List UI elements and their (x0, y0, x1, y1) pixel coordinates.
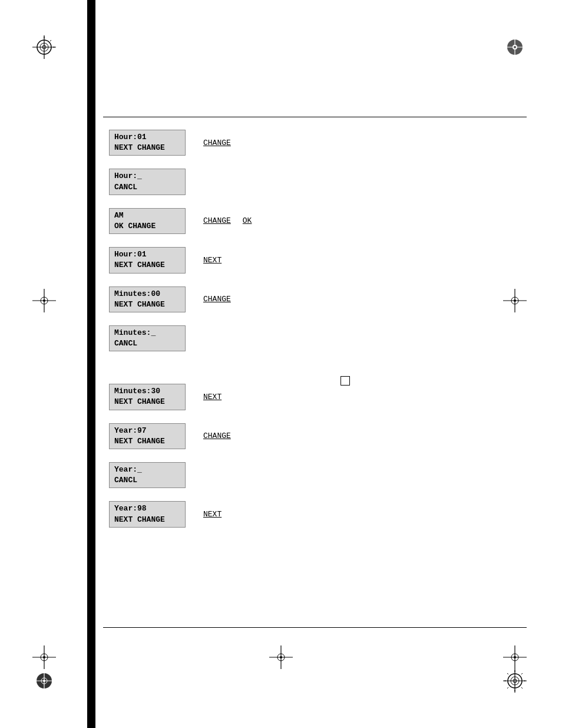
svg-line-46 (507, 673, 508, 674)
svg-point-33 (43, 680, 45, 682)
display-row-am: AM OK CHANGE CHANGE OK (109, 208, 451, 234)
lcd-hour01-next-line1: Hour:01 (114, 249, 180, 260)
lcd-min-blank: Minutes:_ CANCL (109, 325, 186, 351)
corner-mark-tl (32, 35, 56, 59)
lcd-min-blank-line1: Minutes:_ (114, 328, 180, 338)
svg-line-40 (521, 673, 523, 674)
corner-mark-bl (32, 645, 56, 669)
lcd-hour-blank-line2: CANCL (114, 182, 180, 193)
lcd-min30-line1: Minutes:30 (114, 386, 180, 397)
section-hour-blank: Hour:_ CANCL (109, 169, 451, 195)
lcd-year-blank: Year:_ CANCL (109, 462, 186, 488)
lcd-hour01-next-line2: NEXT CHANGE (114, 260, 180, 271)
section-year-98: Year:98 NEXT CHANGE NEXT (109, 501, 451, 527)
ok-link-am[interactable]: OK (243, 216, 252, 225)
display-row-min30: Minutes:30 NEXT CHANGE NEXT (109, 384, 451, 410)
lcd-min30: Minutes:30 NEXT CHANGE (109, 384, 186, 410)
lcd-hour01-line2: NEXT CHANGE (114, 143, 180, 153)
change-link-year97[interactable]: CHANGE (203, 431, 231, 440)
corner-mark-br1 (503, 645, 527, 669)
svg-point-20 (514, 299, 516, 302)
lcd-am: AM OK CHANGE (109, 208, 186, 234)
next-link-year98[interactable]: NEXT (203, 510, 222, 519)
next-link-hour01[interactable]: NEXT (203, 256, 222, 265)
hr-bottom (103, 627, 527, 628)
left-bar (87, 0, 95, 728)
change-link-min00[interactable]: CHANGE (203, 295, 231, 304)
lcd-year97-line1: Year:97 (114, 426, 180, 436)
change-link-hour01[interactable]: CHANGE (203, 139, 231, 147)
section-minutes-30: Minutes:30 NEXT CHANGE NEXT (109, 384, 451, 410)
lcd-min00-line1: Minutes:00 (114, 289, 180, 299)
display-row-year97: Year:97 NEXT CHANGE CHANGE (109, 423, 451, 449)
display-row-hour01: Hour:01 NEXT CHANGE CHANGE (109, 130, 451, 156)
display-row-min00: Minutes:00 NEXT CHANGE CHANGE (109, 286, 451, 312)
lcd-min00-line2: NEXT CHANGE (114, 299, 180, 310)
corner-mark-bl-sun (32, 669, 56, 693)
svg-line-6 (50, 40, 51, 41)
section-hour-01-next: Hour:01 NEXT CHANGE NEXT (109, 247, 451, 273)
svg-point-12 (514, 46, 516, 48)
display-row-min-blank: Minutes:_ CANCL (109, 325, 451, 351)
corner-mark-mr (503, 289, 527, 312)
lcd-am-line2: OK CHANGE (114, 221, 180, 232)
svg-point-50 (280, 656, 282, 658)
display-row-year-blank: Year:_ CANCL (109, 462, 451, 488)
section-am-ok: AM OK CHANGE CHANGE OK (109, 208, 451, 234)
corner-mark-ml (32, 289, 56, 312)
lcd-hour01: Hour:01 NEXT CHANGE (109, 130, 186, 156)
lcd-hour01-next: Hour:01 NEXT CHANGE (109, 247, 186, 273)
lcd-year97-line2: NEXT CHANGE (114, 436, 180, 447)
next-link-min30[interactable]: NEXT (203, 393, 222, 401)
lcd-am-line1: AM (114, 210, 180, 221)
small-square-indicator (340, 376, 350, 386)
section-minutes-blank: Minutes:_ CANCL (109, 325, 451, 351)
lcd-hour-blank-line1: Hour:_ (114, 171, 180, 182)
svg-point-24 (43, 656, 45, 658)
lcd-year-blank-line2: CANCL (114, 475, 180, 486)
display-row-year98: Year:98 NEXT CHANGE NEXT (109, 501, 451, 527)
display-row-hour01-next: Hour:01 NEXT CHANGE NEXT (109, 247, 451, 273)
corner-mark-center-b (269, 645, 293, 669)
svg-line-42 (521, 687, 523, 689)
lcd-year98-line2: NEXT CHANGE (114, 515, 180, 525)
svg-point-28 (514, 656, 516, 658)
section-year-97: Year:97 NEXT CHANGE CHANGE (109, 423, 451, 449)
corner-mark-tr (503, 35, 527, 59)
lcd-hour-blank: Hour:_ CANCL (109, 169, 186, 195)
lcd-year98-line1: Year:98 (114, 503, 180, 514)
svg-line-44 (507, 687, 508, 689)
display-row-hour-blank: Hour:_ CANCL (109, 169, 451, 195)
lcd-min30-line2: NEXT CHANGE (114, 397, 180, 407)
section-hour-01-change: Hour:01 NEXT CHANGE CHANGE (109, 130, 451, 156)
main-content: Hour:01 NEXT CHANGE CHANGE Hour:_ CANCL … (109, 130, 451, 541)
lcd-min00: Minutes:00 NEXT CHANGE (109, 286, 186, 312)
lcd-min-blank-line2: CANCL (114, 338, 180, 349)
section-minutes-00: Minutes:00 NEXT CHANGE CHANGE (109, 286, 451, 312)
change-link-am[interactable]: CHANGE (203, 216, 231, 225)
lcd-year-blank-line1: Year:_ (114, 465, 180, 475)
section-year-blank: Year:_ CANCL (109, 462, 451, 488)
lcd-year97: Year:97 NEXT CHANGE (109, 423, 186, 449)
lcd-year98: Year:98 NEXT CHANGE (109, 501, 186, 527)
hr-top (103, 117, 527, 117)
lcd-hour01-line1: Hour:01 (114, 132, 180, 143)
svg-point-16 (43, 299, 45, 302)
corner-mark-br-sun (503, 669, 527, 693)
